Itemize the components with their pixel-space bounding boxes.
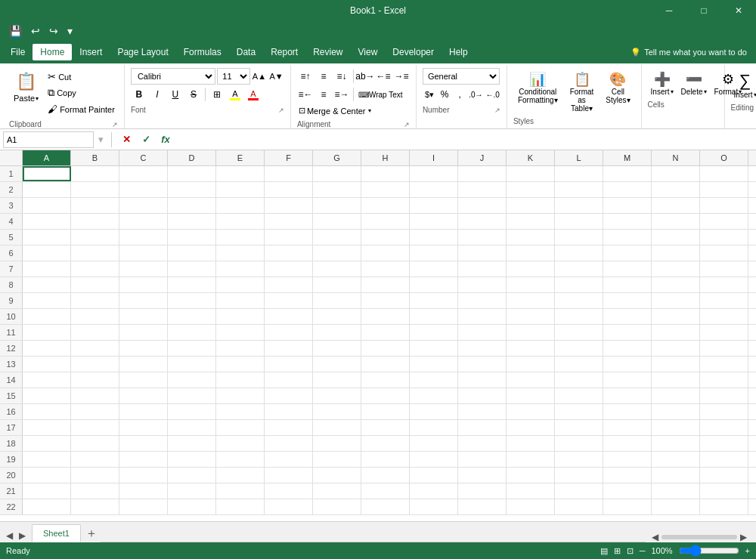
row-number-20[interactable]: 20	[0, 468, 23, 483]
cell-N16[interactable]	[652, 404, 700, 419]
normal-view-icon[interactable]: ▤	[600, 546, 608, 556]
page-break-icon[interactable]: ⊡	[627, 546, 634, 556]
cell-A13[interactable]	[23, 357, 71, 372]
cell-A4[interactable]	[23, 214, 71, 229]
row-number-6[interactable]: 6	[0, 246, 23, 261]
formula-bar-expand[interactable]: ▾	[97, 134, 105, 145]
cell-H4[interactable]	[361, 214, 410, 229]
cell-G8[interactable]	[313, 277, 361, 292]
cell-J10[interactable]	[458, 309, 507, 324]
cell-N20[interactable]	[652, 468, 700, 483]
row-number-7[interactable]: 7	[0, 261, 23, 276]
cell-H10[interactable]	[361, 309, 410, 324]
cell-L20[interactable]	[555, 468, 603, 483]
cell-O14[interactable]	[700, 372, 748, 388]
cell-F14[interactable]	[265, 372, 313, 388]
cell-I13[interactable]	[410, 357, 458, 372]
row-number-17[interactable]: 17	[0, 420, 23, 435]
cell-A2[interactable]	[23, 182, 71, 197]
cell-E22[interactable]	[216, 499, 265, 514]
col-header-b[interactable]: B	[71, 150, 119, 165]
cell-D9[interactable]	[168, 293, 216, 308]
cell-E9[interactable]	[216, 293, 265, 308]
cell-D19[interactable]	[168, 452, 216, 467]
cell-B18[interactable]	[71, 436, 119, 451]
cell-H16[interactable]	[361, 404, 410, 419]
cell-K9[interactable]	[507, 293, 555, 308]
row-number-16[interactable]: 16	[0, 404, 23, 419]
cell-E8[interactable]	[216, 277, 265, 292]
col-header-c[interactable]: C	[119, 150, 168, 165]
cell-N7[interactable]	[652, 261, 700, 276]
align-middle-button[interactable]: ≡	[315, 68, 332, 85]
cell-K2[interactable]	[507, 182, 555, 197]
row-number-9[interactable]: 9	[0, 293, 23, 308]
cell-B17[interactable]	[71, 420, 119, 435]
cell-I18[interactable]	[410, 436, 458, 451]
cell-M3[interactable]	[603, 198, 652, 213]
cell-A7[interactable]	[23, 261, 71, 276]
cell-O22[interactable]	[700, 499, 748, 514]
font-expand-icon[interactable]: ↗	[278, 107, 284, 114]
cell-B11[interactable]	[71, 325, 119, 340]
cell-B6[interactable]	[71, 246, 119, 261]
cell-C19[interactable]	[119, 452, 168, 467]
cell-C13[interactable]	[119, 357, 168, 372]
alignment-expand-icon[interactable]: ↗	[404, 121, 410, 128]
cell-F7[interactable]	[265, 261, 313, 276]
cell-D17[interactable]	[168, 420, 216, 435]
cell-H17[interactable]	[361, 420, 410, 435]
customize-quick-btn[interactable]: ▾	[64, 23, 76, 39]
paste-button[interactable]: 📋 Paste▾	[9, 66, 43, 106]
cell-A20[interactable]	[23, 468, 71, 483]
cell-N2[interactable]	[652, 182, 700, 197]
number-format-select[interactable]: General	[423, 68, 500, 85]
cell-M14[interactable]	[603, 372, 652, 388]
horizontal-scroll-right[interactable]: ▶	[740, 532, 747, 542]
row-number-13[interactable]: 13	[0, 357, 23, 372]
menu-view[interactable]: View	[351, 44, 386, 60]
cell-E4[interactable]	[216, 214, 265, 229]
row-number-3[interactable]: 3	[0, 198, 23, 213]
cell-I8[interactable]	[410, 277, 458, 292]
decrease-font-btn[interactable]: A▼	[268, 68, 284, 85]
cell-A9[interactable]	[23, 293, 71, 308]
cell-N14[interactable]	[652, 372, 700, 388]
cell-H20[interactable]	[361, 468, 410, 483]
cell-C5[interactable]	[119, 230, 168, 245]
horizontal-scrollbar[interactable]	[662, 535, 737, 539]
cell-G2[interactable]	[313, 182, 361, 197]
cell-F12[interactable]	[265, 341, 313, 356]
close-button[interactable]: ✕	[721, 0, 756, 21]
font-color-button[interactable]: A	[245, 86, 262, 103]
cell-N3[interactable]	[652, 198, 700, 213]
cell-G18[interactable]	[313, 436, 361, 451]
cell-L15[interactable]	[555, 388, 603, 403]
row-number-5[interactable]: 5	[0, 230, 23, 245]
cell-I4[interactable]	[410, 214, 458, 229]
cell-D7[interactable]	[168, 261, 216, 276]
cell-O21[interactable]	[700, 483, 748, 499]
menu-page-layout[interactable]: Page Layout	[110, 44, 175, 60]
cell-J14[interactable]	[458, 372, 507, 388]
cell-H2[interactable]	[361, 182, 410, 197]
cell-I5[interactable]	[410, 230, 458, 245]
tell-me-bar[interactable]: 💡 Tell me what you want to do	[624, 48, 753, 57]
align-left-button[interactable]: ≡←	[297, 86, 314, 103]
font-size-select[interactable]: 11	[217, 68, 249, 85]
col-header-g[interactable]: G	[313, 150, 361, 165]
undo-quick-btn[interactable]: ↩	[28, 23, 43, 39]
cell-K8[interactable]	[507, 277, 555, 292]
cell-J3[interactable]	[458, 198, 507, 213]
cell-A22[interactable]	[23, 499, 71, 514]
cell-F1[interactable]	[265, 166, 313, 181]
cell-M9[interactable]	[603, 293, 652, 308]
cell-J12[interactable]	[458, 341, 507, 356]
cell-G5[interactable]	[313, 230, 361, 245]
cell-K17[interactable]	[507, 420, 555, 435]
cell-L3[interactable]	[555, 198, 603, 213]
cell-G12[interactable]	[313, 341, 361, 356]
cell-L1[interactable]	[555, 166, 603, 181]
cell-K3[interactable]	[507, 198, 555, 213]
cell-C10[interactable]	[119, 309, 168, 324]
